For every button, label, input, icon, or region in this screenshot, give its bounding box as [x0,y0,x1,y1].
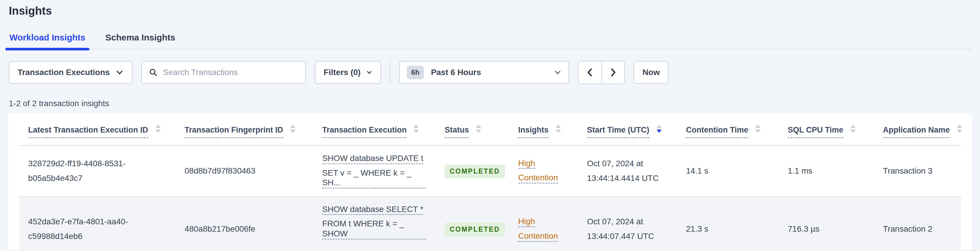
chevron-right-icon [608,67,618,77]
start-time: Oct 07, 2024 at 13:44:07.447 UTC [587,214,667,244]
status-badge: COMPLETED [445,165,505,179]
column-header-latest-transaction-execution-id[interactable]: Latest Transaction Execution ID [19,114,175,145]
sort-icon [851,125,856,133]
transaction-execution-link[interactable]: ... [322,243,329,250]
execution-id: 452da3e7-e7fa-4801-aa40-c59988d14eb6 [28,214,166,244]
sql-cpu-time: 1.1 ms [778,145,873,197]
insights-table: Latest Transaction Execution ID Transact… [19,114,961,250]
fingerprint-id: 08d8b7d97f830463 [185,164,304,178]
tab-schema-insights[interactable]: Schema Insights [105,32,175,50]
sort-icon [957,125,962,133]
sort-icon [476,125,481,133]
toolbar-divider [390,61,390,84]
now-label: Now [643,68,660,77]
results-count: 1-2 of 2 transaction insights [9,99,971,108]
page-title: Insights [9,5,980,17]
sort-icon-active-desc [657,125,662,133]
start-time: Oct 07, 2024 at 13:44:14.4414 UTC [587,156,667,186]
chevron-left-icon [585,67,595,77]
insight-link[interactable]: Contention [518,173,558,184]
status-badge: COMPLETED [445,222,505,237]
contention-time: 21.3 s [677,197,778,250]
table-row: 452da3e7-e7fa-4801-aa40-c59988d14eb6 480… [19,197,961,250]
time-range-label: Past 6 Hours [431,68,547,77]
chevron-down-icon [554,69,562,76]
sort-icon [414,125,419,133]
transaction-execution-cell: SHOW database SELECT * FROM t WHERE k = … [313,197,435,250]
insights-page: Insights Workload Insights Schema Insigh… [0,5,980,251]
insight-link[interactable]: High [518,158,535,169]
search-box[interactable] [141,61,306,84]
insights-cell: High Contention [509,145,578,197]
search-icon [149,68,158,77]
column-header-insights[interactable]: Insights [509,114,578,145]
insight-link[interactable]: High [518,216,535,227]
sort-icon [290,125,295,133]
time-range-select[interactable]: 6h Past 6 Hours [399,61,569,84]
column-header-application-name[interactable]: Application Name [873,114,961,145]
sort-icon [556,125,561,133]
transaction-execution-link[interactable]: SHOW database UPDATE t [322,153,423,164]
sort-icon [755,125,760,133]
column-header-contention-time[interactable]: Contention Time [677,114,778,145]
filters-button[interactable]: Filters (0) [315,61,381,84]
fingerprint-id: 480a8b217be006fe [185,222,304,237]
transaction-execution-link[interactable]: SHOW database SELECT * [322,205,423,215]
insights-cell: High Contention [509,197,578,250]
transaction-execution-cell: SHOW database UPDATE t SET v = _ WHERE k… [313,145,435,197]
table-row: 328729d2-ff19-4408-8531-b05a5b4e43c7 08d… [19,145,961,197]
column-header-start-time[interactable]: Start Time (UTC) [578,114,677,145]
search-input[interactable] [163,68,298,77]
application-name: Transaction 2 [873,197,961,250]
time-range-badge: 6h [407,66,424,79]
application-name: Transaction 3 [873,145,961,197]
contention-time: 14.1 s [677,145,778,197]
tab-bar: Workload Insights Schema Insights [9,32,971,50]
insight-type-select[interactable]: Transaction Executions [9,61,132,84]
tab-label: Workload Insights [10,32,85,42]
now-button[interactable]: Now [633,61,668,84]
column-header-transaction-execution[interactable]: Transaction Execution [313,114,435,145]
time-pager [578,61,625,84]
column-header-status[interactable]: Status [435,114,509,145]
sql-cpu-time: 716.3 µs [778,197,873,250]
chevron-down-icon [366,69,372,75]
sort-icon [155,125,161,133]
execution-id: 328729d2-ff19-4408-8531-b05a5b4e43c7 [28,156,166,186]
column-header-transaction-fingerprint-id[interactable]: Transaction Fingerprint ID [175,114,313,145]
transaction-execution-link[interactable]: FROM t WHERE k = _ SHOW [322,219,426,239]
insight-type-label: Transaction Executions [18,68,110,77]
tab-workload-insights[interactable]: Workload Insights [9,32,86,50]
chevron-down-icon [116,68,124,77]
filters-label: Filters (0) [323,68,361,77]
tab-label: Schema Insights [105,32,175,42]
insights-table-card: Latest Transaction Execution ID Transact… [8,114,972,250]
prev-time-button[interactable] [579,61,601,83]
table-header-row: Latest Transaction Execution ID Transact… [19,114,961,145]
column-header-sql-cpu-time[interactable]: SQL CPU Time [778,114,873,145]
toolbar: Transaction Executions Filters (0) 6h Pa… [9,61,971,84]
next-time-button[interactable] [601,61,624,83]
insight-link[interactable]: Contention [518,231,558,242]
transaction-execution-link[interactable]: SET v = _ WHERE k = _ SH... [322,168,426,189]
